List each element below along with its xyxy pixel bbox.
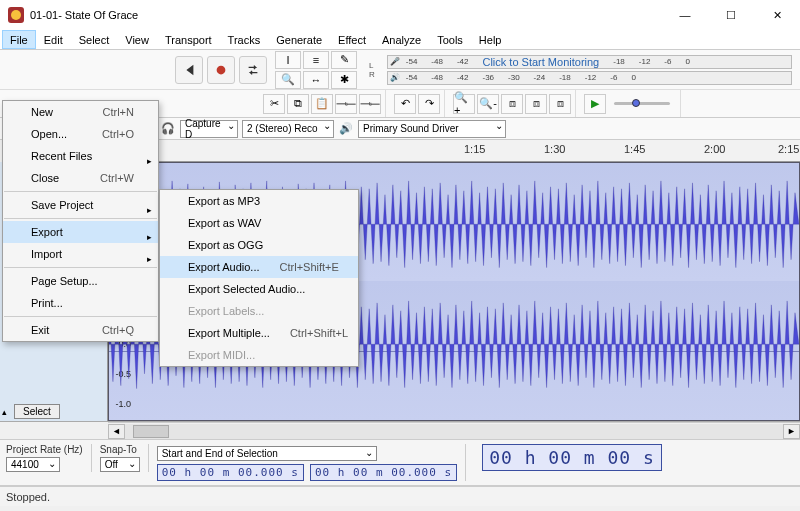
silence-button[interactable]: ⟞⟝: [359, 94, 381, 114]
draw-tool[interactable]: ✎: [331, 51, 357, 69]
record-button[interactable]: [207, 56, 235, 84]
project-rate-label: Project Rate (Hz): [6, 444, 83, 455]
time-ruler[interactable]: 1:15 1:30 1:45 2:00 2:15: [108, 140, 800, 162]
app-icon: [8, 7, 24, 23]
selection-toolbar: Project Rate (Hz) 44100 Snap-To Off Star…: [0, 439, 800, 486]
file-recent[interactable]: Recent Files: [3, 145, 158, 167]
zoom-in-button[interactable]: 🔍+: [453, 94, 475, 114]
file-page-setup[interactable]: Page Setup...: [3, 270, 158, 292]
menu-analyze[interactable]: Analyze: [374, 30, 429, 49]
export-multiple[interactable]: Export Multiple...Ctrl+Shift+L: [160, 322, 358, 344]
menu-tracks[interactable]: Tracks: [220, 30, 269, 49]
file-export[interactable]: Export: [3, 221, 158, 243]
tool-grid: I ≡ ✎ 🔍 ↔ ✱: [275, 51, 361, 89]
record-meter[interactable]: 🎤 -54 -48 -42 Click to Start Monitoring …: [387, 55, 792, 69]
file-open[interactable]: Open...Ctrl+O: [3, 123, 158, 145]
playback-meter[interactable]: 🔊 -54 -48 -42 -36 -30 -24 -18 -12 -6 0: [387, 71, 792, 85]
audio-host-combo[interactable]: Capture D: [180, 120, 238, 138]
menu-view[interactable]: View: [117, 30, 157, 49]
menu-file[interactable]: File: [2, 30, 36, 49]
file-menu-dropdown: NewCtrl+N Open...Ctrl+O Recent Files Clo…: [2, 100, 159, 342]
selection-tool[interactable]: I: [275, 51, 301, 69]
file-exit[interactable]: ExitCtrl+Q: [3, 319, 158, 341]
zoom-toggle-button[interactable]: ⧈: [549, 94, 571, 114]
audio-host-icon: 🎧: [160, 121, 176, 137]
export-wav[interactable]: Export as WAV: [160, 212, 358, 234]
file-print[interactable]: Print...: [3, 292, 158, 314]
close-button[interactable]: ✕: [754, 0, 800, 30]
project-rate-combo[interactable]: 44100: [6, 457, 60, 472]
file-save-project[interactable]: Save Project: [3, 194, 158, 216]
snap-to-combo[interactable]: Off: [100, 457, 140, 472]
menu-transport[interactable]: Transport: [157, 30, 220, 49]
undo-button[interactable]: ↶: [394, 94, 416, 114]
scroll-right-button[interactable]: ►: [783, 424, 800, 439]
play-speed-slider[interactable]: [608, 102, 676, 105]
export-selected-audio[interactable]: Export Selected Audio...: [160, 278, 358, 300]
trim-button[interactable]: ⟞⟝: [335, 94, 357, 114]
redo-button[interactable]: ↷: [418, 94, 440, 114]
skip-start-button[interactable]: [175, 56, 203, 84]
track-select-button[interactable]: Select: [14, 404, 60, 419]
menu-select[interactable]: Select: [71, 30, 118, 49]
mic-icon: 🎤: [390, 57, 400, 66]
playback-device-combo[interactable]: Primary Sound Driver: [358, 120, 506, 138]
menu-generate[interactable]: Generate: [268, 30, 330, 49]
menu-help[interactable]: Help: [471, 30, 510, 49]
loop-button[interactable]: [239, 56, 267, 84]
audio-position-field[interactable]: 00 h 00 m 00 s: [482, 444, 662, 471]
file-import[interactable]: Import: [3, 243, 158, 265]
collapse-arrow-icon[interactable]: ▴: [2, 407, 7, 417]
export-mp3[interactable]: Export as MP3: [160, 190, 358, 212]
export-submenu: Export as MP3 Export as WAV Export as OG…: [159, 189, 359, 367]
status-bar: Stopped.: [0, 486, 800, 506]
zoom-tool[interactable]: 🔍: [275, 71, 301, 89]
svg-point-0: [11, 10, 21, 20]
export-audio[interactable]: Export Audio...Ctrl+Shift+E: [160, 256, 358, 278]
file-new[interactable]: NewCtrl+N: [3, 101, 158, 123]
selection-start-field[interactable]: 00 h 00 m 00.000 s: [157, 464, 304, 481]
status-text: Stopped.: [6, 491, 50, 503]
scroll-left-button[interactable]: ◄: [108, 424, 125, 439]
scroll-thumb[interactable]: [133, 425, 169, 438]
menu-effect[interactable]: Effect: [330, 30, 374, 49]
selection-mode-combo[interactable]: Start and End of Selection: [157, 446, 377, 461]
fit-project-button[interactable]: ⧈: [525, 94, 547, 114]
cut-button[interactable]: ✂: [263, 94, 285, 114]
speaker-icon: 🔊: [390, 73, 400, 82]
envelope-tool[interactable]: ≡: [303, 51, 329, 69]
timeshift-tool[interactable]: ↔: [303, 71, 329, 89]
multi-tool[interactable]: ✱: [331, 71, 357, 89]
title-bar: 01-01- State Of Grace ― ☐ ✕: [0, 0, 800, 30]
playback-device-icon: 🔊: [338, 121, 354, 137]
file-close[interactable]: CloseCtrl+W: [3, 167, 158, 189]
export-midi: Export MIDI...: [160, 344, 358, 366]
menu-edit[interactable]: Edit: [36, 30, 71, 49]
svg-point-1: [217, 65, 226, 74]
window-title: 01-01- State Of Grace: [30, 9, 138, 21]
horizontal-scrollbar[interactable]: ◄ ►: [108, 422, 800, 439]
minimize-button[interactable]: ―: [662, 0, 708, 30]
paste-button[interactable]: 📋: [311, 94, 333, 114]
menu-bar: File Edit Select View Transport Tracks G…: [0, 30, 800, 50]
copy-button[interactable]: ⧉: [287, 94, 309, 114]
zoom-out-button[interactable]: 🔍-: [477, 94, 499, 114]
selection-end-field[interactable]: 00 h 00 m 00.000 s: [310, 464, 457, 481]
play-at-speed-button[interactable]: ▶: [584, 94, 606, 114]
snap-to-label: Snap-To: [100, 444, 140, 455]
recording-channels-combo[interactable]: 2 (Stereo) Reco: [242, 120, 334, 138]
export-labels: Export Labels...: [160, 300, 358, 322]
fit-selection-button[interactable]: ⧈: [501, 94, 523, 114]
toolbar-area: I ≡ ✎ 🔍 ↔ ✱ LR 🎤 -54 -48 -42 Click to St…: [0, 50, 800, 140]
menu-tools[interactable]: Tools: [429, 30, 471, 49]
export-ogg[interactable]: Export as OGG: [160, 234, 358, 256]
maximize-button[interactable]: ☐: [708, 0, 754, 30]
